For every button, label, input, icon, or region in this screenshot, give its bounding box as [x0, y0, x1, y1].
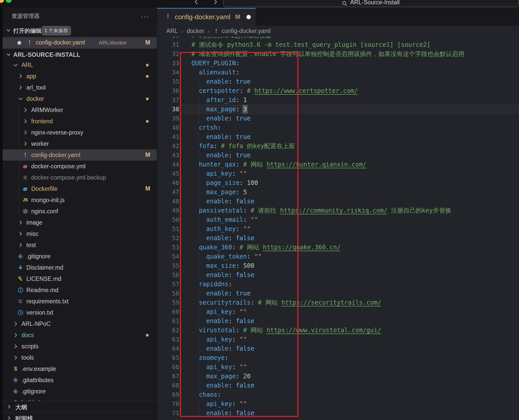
- code-line-34[interactable]: 34 alienvault:: [157, 68, 519, 77]
- tree-item-misc[interactable]: misc: [3, 228, 157, 239]
- tree-item-app[interactable]: app: [3, 71, 157, 82]
- code-line-35[interactable]: 35 enable: true: [157, 77, 519, 86]
- traffic-light-zoom[interactable]: [6, 0, 12, 3]
- code-line-69[interactable]: 69 chaos:: [157, 390, 519, 399]
- tree-item-docs[interactable]: docs: [3, 329, 157, 341]
- tree-item--env-example[interactable]: $.env.example: [3, 363, 157, 374]
- tree-item-test[interactable]: test: [3, 239, 157, 251]
- line-number: 37: [157, 95, 179, 105]
- code-line-52[interactable]: 52 enable: false: [157, 234, 519, 243]
- code-line-43[interactable]: 43 enable: true: [157, 151, 519, 160]
- code-line-text: api_key: "": [191, 307, 247, 316]
- tree-item--gitignore[interactable]: .gitignore: [3, 251, 157, 262]
- code-line-text: api_key: "": [191, 335, 247, 344]
- code-line-61[interactable]: 61 enable: false: [157, 316, 519, 326]
- code-line-63[interactable]: 63 api_key: "": [157, 335, 519, 344]
- tree-item-dockerfile[interactable]: DockerfileM: [3, 183, 157, 194]
- tree-item-nginx-reverse-proxy[interactable]: nginx-reverse-proxy: [3, 127, 157, 138]
- code-line-71[interactable]: 71 enable: false: [157, 408, 519, 418]
- tab-dirty-dot-icon[interactable]: [246, 15, 251, 19]
- code-line-55[interactable]: 55 max_size: 500: [157, 261, 519, 270]
- tree-item-docker-compose-yml-backup[interactable]: docker-compose.yml.backup: [3, 172, 157, 183]
- code-line-54[interactable]: 54 quake_token: "": [157, 252, 519, 261]
- code-line-text: enable: true: [191, 151, 251, 160]
- tree-item-readme-md[interactable]: Readme.md: [3, 284, 157, 296]
- tree-item-nginx-conf[interactable]: nginx.conf: [3, 206, 157, 217]
- code-line-31[interactable]: 31# 测试命令 python3.6 -m test.test_query_pl…: [157, 40, 519, 49]
- tree-item-image[interactable]: image: [3, 217, 157, 228]
- code-line-39[interactable]: 39 enable: true: [157, 114, 519, 123]
- timeline-panel-header[interactable]: 时间线: [3, 412, 157, 420]
- open-editor-item[interactable]: ! config-docker.yaml ARL/docker M: [3, 37, 157, 49]
- code-line-58[interactable]: 58 enable: true: [157, 289, 519, 298]
- code-line-68[interactable]: 68 enable: false: [157, 381, 519, 390]
- breadcrumb-item-arl[interactable]: ARL: [166, 28, 178, 35]
- code-line-65[interactable]: 65 zoomeye:: [157, 353, 519, 362]
- tree-item-label: LICENSE.md: [26, 275, 61, 282]
- code-line-70[interactable]: 70 api_key: "": [157, 399, 519, 408]
- code-line-57[interactable]: 57 rapiddns:: [157, 280, 519, 289]
- more-actions-icon[interactable]: ···: [141, 13, 150, 21]
- code-line-40[interactable]: 40 crtsh:: [157, 123, 519, 132]
- code-line-51[interactable]: 51 auth_key: "": [157, 224, 519, 234]
- code-line-50[interactable]: 50 auth_email: "": [157, 215, 519, 224]
- tree-item-docker[interactable]: docker: [3, 93, 157, 104]
- breadcrumb-item-file[interactable]: config-docker.yaml: [222, 28, 271, 35]
- code-line-32[interactable]: 32# 域名查询插件配置，enable 字段可以单独控制是否启用该插件，如果没有…: [157, 49, 519, 59]
- tree-item-mongo-init-js[interactable]: JSmongo-init.js: [3, 194, 157, 206]
- tree-item--gitignore[interactable]: .gitignore: [3, 386, 157, 397]
- code-line-59[interactable]: 59 securitytrails: # 网站 https://security…: [157, 298, 519, 307]
- tree-item-worker[interactable]: worker: [3, 138, 157, 149]
- command-center-search[interactable]: ARL-Source-Install: [223, 0, 518, 7]
- tab-git-modified-badge: M: [235, 13, 240, 20]
- line-number: 55: [157, 261, 179, 270]
- code-line-42[interactable]: 42 fofa: # fofa 的key配置在上面: [157, 141, 519, 151]
- tree-item-config-docker-yaml[interactable]: !config-docker.yamlM: [3, 149, 157, 161]
- code-line-37[interactable]: 37 after_id: 1: [157, 95, 519, 105]
- code-line-text: enable: false: [191, 270, 254, 280]
- tree-item--gitattributes[interactable]: .gitattributes: [3, 374, 157, 386]
- code-viewport[interactable]: 30# 利用三方API运行域名收集31# 测试命令 python3.6 -m t…: [157, 31, 519, 418]
- tree-item-arl-npoc[interactable]: ARL-NPoC: [3, 318, 157, 329]
- code-line-62[interactable]: 62 virustotal: # 网站 https://www.virustot…: [157, 326, 519, 335]
- code-line-48[interactable]: 48 enable: false: [157, 197, 519, 206]
- code-line-33[interactable]: 33QUERY_PLUGIN:: [157, 59, 519, 68]
- code-line-36[interactable]: 36 certspotter: # https://www.certspotte…: [157, 86, 519, 95]
- tree-item-armworker[interactable]: ARMWorker: [3, 104, 157, 116]
- tree-item-tools[interactable]: tools: [3, 352, 157, 363]
- dirty-dot-icon[interactable]: [17, 41, 21, 45]
- tree-item-version-txt[interactable]: version.txt: [3, 307, 157, 318]
- code-line-46[interactable]: 46 page_size: 100: [157, 178, 519, 187]
- code-line-64[interactable]: 64 enable: false: [157, 344, 519, 353]
- nav-back-icon[interactable]: [193, 0, 200, 5]
- tree-item-scripts[interactable]: scripts: [3, 341, 157, 352]
- code-line-66[interactable]: 66 api_key: "": [157, 362, 519, 372]
- code-line-38[interactable]: 38 max_page: 3: [157, 105, 519, 114]
- tree-item-requirements-txt[interactable]: requirements.txt: [3, 296, 157, 307]
- traffic-light-minimize[interactable]: [0, 0, 4, 3]
- code-line-67[interactable]: 67 max_page: 20: [157, 372, 519, 381]
- tree-item-disclaimer-md[interactable]: Disclaimer.md: [3, 262, 157, 273]
- breadcrumb-item-docker[interactable]: docker: [187, 28, 204, 35]
- workspace-root-section[interactable]: ARL-SOURCE-INSTALL: [3, 49, 157, 59]
- tree-item-label: tools: [21, 354, 34, 361]
- tab-config-docker-yaml[interactable]: ! config-docker.yaml M: [157, 8, 256, 26]
- code-line-53[interactable]: 53 quake_360: # 网站 https://quake.360.cn/: [157, 243, 519, 252]
- code-line-47[interactable]: 47 max_page: 5: [157, 187, 519, 197]
- code-line-45[interactable]: 45 api_key: "": [157, 169, 519, 178]
- outline-panel-header[interactable]: 大纲: [3, 401, 157, 413]
- code-line-41[interactable]: 41 enable: true: [157, 132, 519, 141]
- code-line-56[interactable]: 56 enable: false: [157, 270, 519, 280]
- tree-item-arl-tool[interactable]: arl_tool: [3, 82, 157, 93]
- code-line-49[interactable]: 49 passivetotal: # 请前往 https://community…: [157, 206, 519, 215]
- tree-item-docker-compose-yml[interactable]: docker-compose.yml: [3, 161, 157, 172]
- nav-forward-icon[interactable]: [212, 0, 219, 5]
- key-icon: [17, 276, 24, 282]
- code-line-text: max_page: 3: [191, 105, 247, 114]
- open-editors-section[interactable]: 打开的编辑器 1 个未保存: [3, 24, 157, 37]
- code-line-60[interactable]: 60 api_key: "": [157, 307, 519, 316]
- tree-item-arl[interactable]: ARL: [3, 59, 157, 71]
- code-line-44[interactable]: 44 hunter_qax: # 网站 https://hunter.qianx…: [157, 160, 519, 169]
- tree-item-frontend[interactable]: frontend: [3, 116, 157, 127]
- tree-item-license-md[interactable]: LICENSE.md: [3, 273, 157, 284]
